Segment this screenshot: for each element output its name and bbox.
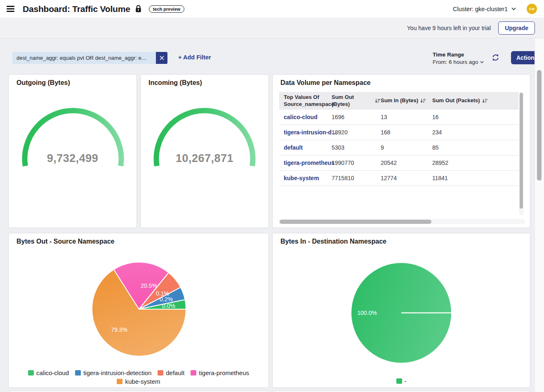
app-header: Dashboard: Traffic Volume tech preview C… <box>0 0 544 18</box>
sum-in-bytes-cell: 168 <box>381 129 432 136</box>
avatar[interactable]: CH <box>527 4 537 14</box>
column-header-sum-out-bytes[interactable]: Sum Out (Bytes) <box>332 94 381 108</box>
outgoing-bytes-card: Outgoing (Bytes) 9,732,499 <box>8 74 137 228</box>
legend-swatch <box>117 379 122 384</box>
pie-legend: calico-cloud tigera-intrusion-detection … <box>9 369 268 376</box>
gauge-arc <box>9 75 137 228</box>
sum-out-bytes-cell: 1696 <box>332 114 381 120</box>
namespace-link[interactable]: calico-cloud <box>279 114 332 120</box>
upgrade-button[interactable]: Upgrade <box>498 21 535 35</box>
legend-swatch <box>396 378 402 384</box>
filter-chip[interactable]: dest_name_aggr: equals pvt OR dest_name_… <box>12 52 167 64</box>
chevron-down-icon <box>480 61 484 63</box>
scrollbar-thumb[interactable] <box>280 220 431 224</box>
sum-in-bytes-cell: 13 <box>381 114 432 120</box>
pie-label-100: 100.0% <box>357 310 377 316</box>
column-header-source-namespace[interactable]: Top Values Of Source_namespace <box>279 94 332 108</box>
pie-label-tigera-intrusion: 0.2% <box>160 296 173 303</box>
table-row: default 5303 9 85 <box>279 140 518 155</box>
card-title: Bytes In - Destination Namespace <box>280 238 386 245</box>
namespace-table: Top Values Of Source_namespace Sum Out (… <box>279 92 518 216</box>
hamburger-icon <box>7 6 14 12</box>
bytes-out-pie-card: Bytes Out - Source Namespace 20.5% 0.1% … <box>8 233 269 388</box>
incoming-bytes-card: Incoming (Bytes) 10,267,871 <box>140 74 269 228</box>
sort-amount-icon[interactable] <box>420 99 426 103</box>
legend-item-dash[interactable]: - <box>396 378 407 385</box>
filter-chip-text[interactable]: dest_name_aggr: equals pvt OR dest_name_… <box>12 52 156 64</box>
scrollbar-thumb[interactable] <box>520 93 523 209</box>
bytes-in-pie-card: Bytes In - Destination Namespace 100.0% … <box>272 233 530 388</box>
page-vertical-scrollbar <box>535 38 544 392</box>
sum-in-bytes-cell: 9 <box>381 144 432 151</box>
sum-out-bytes-cell: 7715810 <box>332 175 381 181</box>
time-range-value: From: 6 hours ago <box>433 59 478 65</box>
tech-preview-badge: tech preview <box>149 5 185 13</box>
table-row: tigera-intrusion-d… 18920 168 234 <box>279 125 518 140</box>
pie-label-tigera-prometheus: 20.5% <box>141 282 157 289</box>
chevron-down-icon <box>511 7 516 10</box>
legend-item-kube-system[interactable]: kube-system <box>117 378 160 385</box>
dashboard-page: Dashboard: Traffic Volume tech preview C… <box>0 0 544 392</box>
table-horizontal-scrollbar <box>278 219 525 224</box>
legend-item-default[interactable]: default <box>158 369 184 376</box>
legend-swatch <box>191 370 196 376</box>
gauge-value: 10,267,871 <box>141 152 268 165</box>
time-range-selector[interactable]: From: 6 hours ago <box>433 59 484 65</box>
card-title: Data Volume per Namespace <box>280 79 370 87</box>
sum-out-packets-cell: 16 <box>432 114 518 120</box>
sum-out-packets-cell: 234 <box>432 129 518 136</box>
table-row: calico-cloud 1696 13 16 <box>279 110 518 125</box>
pie-legend-row2: kube-system <box>9 378 268 385</box>
legend-item-tigera-intrusion-detection[interactable]: tigera-intrusion-detection <box>75 369 151 376</box>
column-header-sum-out-packets[interactable]: Sum Out (Packets) <box>432 97 518 104</box>
pie-legend: - <box>273 378 530 385</box>
pie-label-calico-cloud: 0.0% <box>162 303 175 309</box>
time-range: Time Range From: 6 hours ago <box>433 52 484 65</box>
namespace-link[interactable]: default <box>279 144 332 151</box>
gauge-arc <box>141 75 269 228</box>
sort-amount-icon[interactable] <box>375 99 381 103</box>
table-row: kube-system 7715810 12774 11841 <box>279 171 518 186</box>
legend-swatch <box>75 370 81 376</box>
sort-amount-icon[interactable] <box>482 99 488 103</box>
cluster-label: Cluster: gke-cluster1 <box>453 6 508 12</box>
remove-filter-button[interactable] <box>156 52 167 64</box>
time-range-label: Time Range <box>433 52 484 58</box>
sum-in-bytes-cell: 12774 <box>381 175 432 181</box>
bytes-out-pie-chart <box>89 260 188 359</box>
namespace-link[interactable]: tigera-prometheus <box>279 160 332 166</box>
trial-message: You have 9 hours left in your trial <box>407 25 491 31</box>
close-icon <box>160 56 164 60</box>
scrollbar-thumb[interactable] <box>537 70 542 181</box>
legend-item-calico-cloud[interactable]: calico-cloud <box>28 369 69 376</box>
namespace-link[interactable]: tigera-intrusion-d… <box>279 129 332 136</box>
menu-button[interactable] <box>4 2 17 16</box>
refresh-button[interactable] <box>491 53 500 63</box>
sum-in-bytes-cell: 20542 <box>381 160 432 166</box>
pie-label-kube-system: 79.3% <box>111 326 127 333</box>
table-row: tigera-prometheus 1990770 20542 28952 <box>279 155 518 171</box>
table-vertical-scrollbar <box>519 92 524 216</box>
page-title: Dashboard: Traffic Volume <box>23 4 130 14</box>
sum-out-packets-cell: 11841 <box>432 175 518 181</box>
namespace-link[interactable]: kube-system <box>279 175 332 181</box>
trial-bar: You have 9 hours left in your trial Upgr… <box>0 18 544 38</box>
cluster-selector[interactable]: Cluster: gke-cluster1 <box>453 6 516 12</box>
add-filter-button[interactable]: + Add Filter <box>178 54 211 61</box>
sum-out-bytes-cell: 1990770 <box>332 160 381 166</box>
gauge-value: 9,732,499 <box>9 152 137 165</box>
table-header-row: Top Values Of Source_namespace Sum Out (… <box>279 92 518 110</box>
data-volume-table-card: Data Volume per Namespace Top Values Of … <box>272 74 530 228</box>
legend-swatch <box>28 370 34 376</box>
sum-out-packets-cell: 85 <box>432 144 518 151</box>
legend-item-tigera-prometheus[interactable]: tigera-prometheus <box>191 369 249 376</box>
sum-out-bytes-cell: 18920 <box>332 129 381 136</box>
sum-out-packets-cell: 28952 <box>432 160 518 166</box>
column-header-sum-in-bytes[interactable]: Sum In (Bytes) <box>381 97 432 104</box>
sum-out-bytes-cell: 5303 <box>332 144 381 151</box>
card-title: Bytes Out - Source Namespace <box>16 238 114 245</box>
lock-icon <box>135 5 141 13</box>
refresh-icon <box>491 53 500 62</box>
avatar-initials: CH <box>529 7 535 11</box>
legend-swatch <box>158 370 163 376</box>
